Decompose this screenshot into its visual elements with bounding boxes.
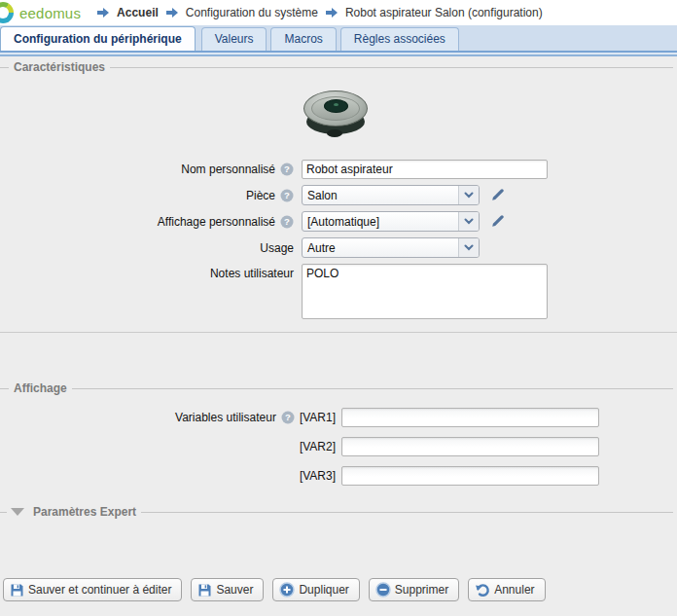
form-row-var2: [VAR2] — [0, 436, 677, 456]
svg-text:?: ? — [284, 163, 290, 174]
usage-select[interactable]: Autre — [302, 237, 480, 258]
undo-icon — [475, 583, 490, 598]
edit-display-pencil-icon[interactable] — [489, 213, 506, 230]
var3-input[interactable] — [341, 466, 599, 486]
var1-input[interactable] — [341, 408, 599, 427]
characteristics-form: Nom personnalisé ? Pièce ? Salon — [0, 159, 677, 325]
section-title: Affichage — [9, 381, 72, 395]
logo-text: eedomus — [19, 5, 81, 21]
cancel-button[interactable]: Annuler — [468, 578, 545, 601]
breadcrumb: Accueil Configuration du système Robot a… — [96, 6, 543, 19]
breadcrumb-home-link[interactable]: Accueil — [117, 6, 159, 19]
room-select[interactable]: Salon — [302, 185, 480, 205]
usage-label: Usage — [260, 241, 294, 255]
chevron-down-icon — [458, 186, 479, 204]
custom-display-label: Affichage personnalisé — [158, 215, 275, 229]
action-button-bar: Sauver et continuer à éditer Sauver Dupl… — [3, 578, 546, 601]
duplicate-button[interactable]: Dupliquer — [272, 578, 359, 601]
save-icon — [197, 583, 212, 598]
eedomus-logo-icon — [0, 0, 16, 25]
save-button[interactable]: Sauver — [191, 578, 264, 601]
chevron-down-icon — [458, 212, 479, 231]
delete-button[interactable]: Supprimer — [369, 578, 459, 601]
var2-label: [VAR2] — [300, 440, 336, 453]
top-header: eedomus Accueil Configuration du système… — [0, 0, 677, 25]
help-icon[interactable]: ? — [280, 215, 294, 229]
tab-values[interactable]: Valeurs — [201, 27, 267, 51]
save-icon — [10, 583, 24, 598]
svg-text:?: ? — [284, 216, 290, 227]
user-variables-form: Variables utilisateur ? [VAR1] [VAR2] [V… — [0, 407, 677, 494]
plus-circle-icon — [279, 582, 295, 598]
form-row-name: Nom personnalisé ? — [0, 159, 677, 179]
section-parametres-expert: Paramètres Expert — [0, 505, 673, 519]
chevron-down-icon — [458, 238, 479, 257]
section-title: Caractéristiques — [9, 60, 110, 74]
form-row-var3: [VAR3] — [0, 465, 677, 486]
form-row-custom-display: Affichage personnalisé ? [Automatique] — [0, 211, 677, 232]
breadcrumb-arrow-icon — [96, 7, 110, 18]
tab-associated-rules[interactable]: Règles associées — [340, 27, 459, 51]
form-row-usage: Usage Autre — [0, 237, 677, 258]
svg-text:?: ? — [284, 190, 290, 200]
custom-display-select[interactable]: [Automatique] — [302, 211, 480, 232]
user-variables-label: Variables utilisateur — [175, 411, 276, 424]
help-icon[interactable]: ? — [280, 163, 294, 176]
help-icon[interactable]: ? — [280, 189, 294, 202]
expert-settings-toggle[interactable]: Paramètres Expert — [28, 505, 141, 519]
svg-text:?: ? — [285, 412, 291, 422]
form-row-notes: Notes utilisateur POLO — [0, 264, 677, 319]
form-row-var1: Variables utilisateur ? [VAR1] — [0, 407, 677, 427]
var3-label: [VAR3] — [300, 469, 336, 483]
device-configuration-page: eedomus Accueil Configuration du système… — [0, 0, 677, 616]
breadcrumb-arrow-icon — [165, 7, 179, 18]
section-divider — [0, 332, 677, 333]
tab-bar: Configuration du périphérique Valeurs Ma… — [0, 25, 677, 51]
user-notes-textarea[interactable]: POLO — [302, 264, 548, 319]
minus-circle-icon — [375, 582, 391, 598]
custom-name-input[interactable] — [302, 160, 548, 179]
var1-label: [VAR1] — [300, 411, 336, 424]
section-caracteristiques: Caractéristiques — [0, 60, 673, 74]
breadcrumb-current-page: Robot aspirateur Salon (configuration) — [345, 6, 543, 19]
help-icon[interactable]: ? — [281, 411, 295, 424]
save-and-continue-button[interactable]: Sauver et continuer à éditer — [3, 578, 182, 601]
collapse-triangle-icon[interactable] — [11, 508, 24, 516]
edit-room-pencil-icon[interactable] — [489, 187, 506, 203]
tab-device-configuration[interactable]: Configuration du périphérique — [0, 26, 196, 51]
tab-underline — [0, 51, 677, 57]
form-row-room: Pièce ? Salon — [0, 185, 677, 205]
section-affichage: Affichage — [0, 381, 673, 395]
breadcrumb-arrow-icon — [325, 7, 338, 18]
var2-input[interactable] — [341, 437, 599, 456]
room-label: Pièce — [246, 189, 275, 202]
breadcrumb-system-config-link[interactable]: Configuration du système — [186, 6, 318, 19]
device-image-robot-vacuum — [303, 86, 368, 138]
user-notes-label: Notes utilisateur — [210, 267, 294, 280]
name-label: Nom personnalisé — [181, 163, 275, 176]
tab-macros[interactable]: Macros — [270, 27, 336, 51]
